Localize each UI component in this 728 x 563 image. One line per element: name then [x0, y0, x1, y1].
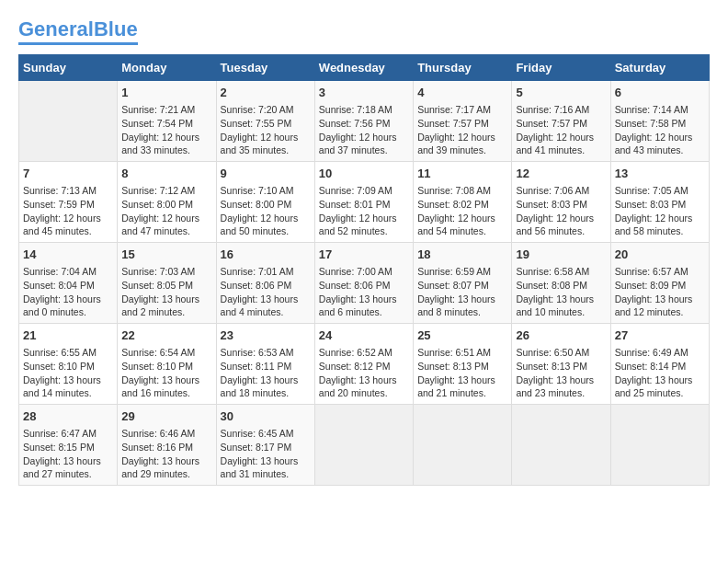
day-number: 8	[121, 166, 211, 182]
calendar-cell: 3Sunrise: 7:18 AM Sunset: 7:56 PM Daylig…	[314, 81, 413, 162]
weekday-header: Sunday	[19, 55, 118, 81]
day-info: Sunrise: 7:01 AM Sunset: 8:06 PM Dayligh…	[221, 265, 311, 319]
day-number: 24	[319, 327, 409, 344]
day-info: Sunrise: 7:03 AM Sunset: 8:05 PM Dayligh…	[121, 265, 211, 319]
day-info: Sunrise: 6:52 AM Sunset: 8:12 PM Dayligh…	[319, 346, 409, 400]
calendar-cell	[512, 404, 610, 485]
day-number: 11	[417, 166, 507, 182]
calendar-cell: 22Sunrise: 6:54 AM Sunset: 8:10 PM Dayli…	[118, 324, 216, 405]
calendar-cell: 12Sunrise: 7:06 AM Sunset: 8:03 PM Dayli…	[512, 162, 610, 243]
logo-blue: Blue	[94, 17, 138, 40]
logo-text: GeneralBlue	[18, 18, 138, 40]
day-info: Sunrise: 6:45 AM Sunset: 8:17 PM Dayligh…	[221, 427, 311, 481]
day-info: Sunrise: 7:18 AM Sunset: 7:56 PM Dayligh…	[319, 103, 409, 157]
calendar-cell	[314, 404, 413, 485]
day-number: 29	[121, 408, 211, 425]
day-number: 1	[121, 85, 211, 101]
day-number: 18	[417, 247, 507, 263]
day-number: 20	[615, 247, 705, 263]
calendar-cell: 2Sunrise: 7:20 AM Sunset: 7:55 PM Daylig…	[216, 81, 314, 162]
weekday-header: Monday	[118, 55, 216, 81]
day-number: 19	[516, 247, 606, 263]
calendar-cell: 21Sunrise: 6:55 AM Sunset: 8:10 PM Dayli…	[19, 324, 118, 405]
day-info: Sunrise: 6:53 AM Sunset: 8:11 PM Dayligh…	[221, 346, 311, 400]
weekday-header: Thursday	[414, 55, 512, 81]
calendar-cell: 24Sunrise: 6:52 AM Sunset: 8:12 PM Dayli…	[314, 324, 413, 405]
calendar-cell: 6Sunrise: 7:14 AM Sunset: 7:58 PM Daylig…	[610, 81, 709, 162]
day-number: 26	[516, 327, 606, 344]
calendar-cell: 9Sunrise: 7:10 AM Sunset: 8:00 PM Daylig…	[216, 162, 314, 243]
logo-underline	[18, 42, 138, 45]
day-info: Sunrise: 7:06 AM Sunset: 8:03 PM Dayligh…	[516, 184, 606, 238]
calendar-cell: 30Sunrise: 6:45 AM Sunset: 8:17 PM Dayli…	[216, 404, 314, 485]
day-info: Sunrise: 6:47 AM Sunset: 8:15 PM Dayligh…	[23, 427, 113, 481]
calendar-cell: 8Sunrise: 7:12 AM Sunset: 8:00 PM Daylig…	[118, 162, 216, 243]
day-number: 13	[615, 166, 705, 182]
day-number: 7	[23, 166, 113, 182]
weekday-header: Saturday	[610, 55, 709, 81]
day-number: 15	[121, 247, 211, 263]
header-row: SundayMondayTuesdayWednesdayThursdayFrid…	[19, 55, 710, 81]
calendar-cell: 27Sunrise: 6:49 AM Sunset: 8:14 PM Dayli…	[610, 324, 709, 405]
day-info: Sunrise: 6:59 AM Sunset: 8:07 PM Dayligh…	[417, 265, 507, 319]
calendar-cell: 29Sunrise: 6:46 AM Sunset: 8:16 PM Dayli…	[118, 404, 216, 485]
day-number: 12	[516, 166, 606, 182]
day-info: Sunrise: 6:58 AM Sunset: 8:08 PM Dayligh…	[516, 265, 606, 319]
day-info: Sunrise: 6:54 AM Sunset: 8:10 PM Dayligh…	[121, 346, 211, 400]
day-number: 28	[23, 408, 113, 425]
day-number: 21	[23, 327, 113, 344]
day-number: 4	[417, 85, 507, 101]
day-info: Sunrise: 6:49 AM Sunset: 8:14 PM Dayligh…	[615, 346, 705, 400]
logo-general: General	[18, 17, 94, 40]
day-number: 22	[121, 327, 211, 344]
day-info: Sunrise: 6:51 AM Sunset: 8:13 PM Dayligh…	[417, 346, 507, 400]
weekday-header: Friday	[512, 55, 610, 81]
weekday-header: Tuesday	[216, 55, 314, 81]
header: GeneralBlue	[18, 18, 710, 45]
weekday-header: Wednesday	[314, 55, 413, 81]
calendar-cell: 10Sunrise: 7:09 AM Sunset: 8:01 PM Dayli…	[314, 162, 413, 243]
day-info: Sunrise: 7:04 AM Sunset: 8:04 PM Dayligh…	[23, 265, 113, 319]
calendar-cell	[414, 404, 512, 485]
calendar-cell: 11Sunrise: 7:08 AM Sunset: 8:02 PM Dayli…	[414, 162, 512, 243]
day-info: Sunrise: 7:09 AM Sunset: 8:01 PM Dayligh…	[319, 184, 409, 238]
day-info: Sunrise: 7:05 AM Sunset: 8:03 PM Dayligh…	[615, 184, 705, 238]
day-number: 10	[319, 166, 409, 182]
calendar-cell: 16Sunrise: 7:01 AM Sunset: 8:06 PM Dayli…	[216, 243, 314, 324]
calendar-table: SundayMondayTuesdayWednesdayThursdayFrid…	[18, 54, 710, 486]
day-info: Sunrise: 7:08 AM Sunset: 8:02 PM Dayligh…	[417, 184, 507, 238]
logo: GeneralBlue	[18, 18, 138, 45]
calendar-cell: 26Sunrise: 6:50 AM Sunset: 8:13 PM Dayli…	[512, 324, 610, 405]
calendar-cell: 28Sunrise: 6:47 AM Sunset: 8:15 PM Dayli…	[19, 404, 118, 485]
day-info: Sunrise: 7:13 AM Sunset: 7:59 PM Dayligh…	[23, 184, 113, 238]
calendar-cell: 7Sunrise: 7:13 AM Sunset: 7:59 PM Daylig…	[19, 162, 118, 243]
calendar-cell: 25Sunrise: 6:51 AM Sunset: 8:13 PM Dayli…	[414, 324, 512, 405]
calendar-cell: 5Sunrise: 7:16 AM Sunset: 7:57 PM Daylig…	[512, 81, 610, 162]
day-number: 6	[615, 85, 705, 101]
day-number: 16	[221, 247, 311, 263]
calendar-cell: 17Sunrise: 7:00 AM Sunset: 8:06 PM Dayli…	[314, 243, 413, 324]
calendar-week-row: 7Sunrise: 7:13 AM Sunset: 7:59 PM Daylig…	[19, 162, 710, 243]
calendar-cell: 13Sunrise: 7:05 AM Sunset: 8:03 PM Dayli…	[610, 162, 709, 243]
calendar-cell: 4Sunrise: 7:17 AM Sunset: 7:57 PM Daylig…	[414, 81, 512, 162]
day-info: Sunrise: 7:16 AM Sunset: 7:57 PM Dayligh…	[516, 103, 606, 157]
day-number: 14	[23, 247, 113, 263]
day-number: 2	[221, 85, 311, 101]
day-info: Sunrise: 7:20 AM Sunset: 7:55 PM Dayligh…	[221, 103, 311, 157]
day-info: Sunrise: 6:50 AM Sunset: 8:13 PM Dayligh…	[516, 346, 606, 400]
day-info: Sunrise: 7:12 AM Sunset: 8:00 PM Dayligh…	[121, 184, 211, 238]
day-number: 17	[319, 247, 409, 263]
calendar-cell	[610, 404, 709, 485]
day-number: 5	[516, 85, 606, 101]
calendar-body: 1Sunrise: 7:21 AM Sunset: 7:54 PM Daylig…	[19, 81, 710, 486]
day-info: Sunrise: 7:17 AM Sunset: 7:57 PM Dayligh…	[417, 103, 507, 157]
day-info: Sunrise: 6:46 AM Sunset: 8:16 PM Dayligh…	[121, 427, 211, 481]
calendar-cell: 18Sunrise: 6:59 AM Sunset: 8:07 PM Dayli…	[414, 243, 512, 324]
day-info: Sunrise: 7:21 AM Sunset: 7:54 PM Dayligh…	[121, 103, 211, 157]
day-number: 23	[221, 327, 311, 344]
calendar-week-row: 28Sunrise: 6:47 AM Sunset: 8:15 PM Dayli…	[19, 404, 710, 485]
day-info: Sunrise: 6:55 AM Sunset: 8:10 PM Dayligh…	[23, 346, 113, 400]
calendar-week-row: 21Sunrise: 6:55 AM Sunset: 8:10 PM Dayli…	[19, 324, 710, 405]
calendar-week-row: 1Sunrise: 7:21 AM Sunset: 7:54 PM Daylig…	[19, 81, 710, 162]
calendar-week-row: 14Sunrise: 7:04 AM Sunset: 8:04 PM Dayli…	[19, 243, 710, 324]
